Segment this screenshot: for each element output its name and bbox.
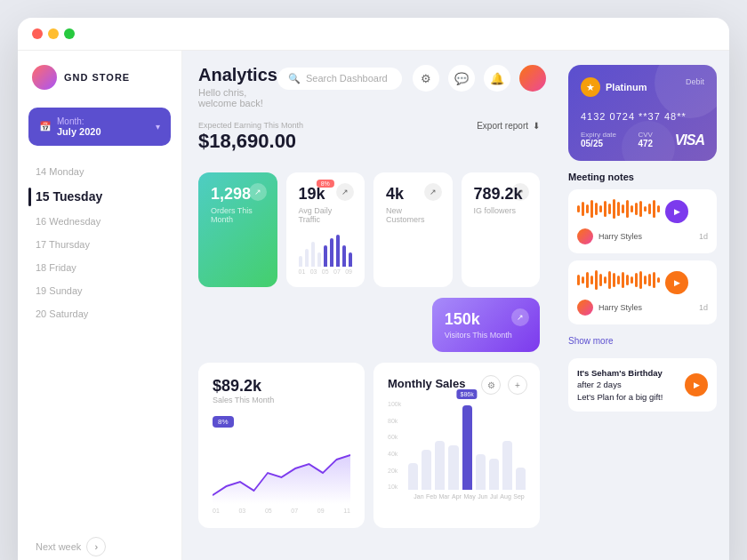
day-item-16[interactable]: 16 Wednesday [28, 210, 171, 233]
search-box[interactable]: 🔍 Search Dashboard [277, 68, 402, 90]
day-item-20[interactable]: 20 Saturday [28, 302, 171, 325]
title-bar [18, 18, 729, 51]
day-item-19[interactable]: 19 Sunday [28, 279, 171, 302]
birthday-line3: Let's Plan for a big gift! [577, 391, 679, 403]
traffic-card: ↗ 19k Avg Daily Traffic 8% [286, 172, 365, 287]
monthly-sales-card: Monthly Sales ⚙ + 100k 80k 60k 40k 20k 1… [374, 363, 540, 528]
note-person-2: Harry Styles [598, 303, 694, 312]
chat-icon-button[interactable]: 💬 [448, 65, 475, 92]
orders-expand[interactable]: ↗ [249, 183, 267, 201]
card-type: Platinum [606, 82, 647, 92]
month-label: Month: [57, 116, 101, 126]
traffic-expand[interactable]: ↗ [336, 183, 354, 201]
bar-jul [489, 459, 499, 490]
next-week-arrow-icon: › [86, 537, 106, 556]
user-avatar[interactable] [519, 65, 546, 92]
credit-card: ★ Platinum Debit 4132 0724 **37 48** Exp… [568, 65, 717, 161]
calendar-icon: 📅 [39, 121, 52, 132]
export-button[interactable]: Export report ⬇ [477, 121, 540, 131]
sales-area-chart [213, 442, 350, 504]
card-network: VISA [675, 132, 704, 148]
stats-row-1: ↗ 1,298 Orders This Month ↗ 19k Avg Dail… [198, 172, 540, 287]
meeting-note-2: ▶ Harry Styles 1d [568, 260, 717, 324]
bell-icon-button[interactable]: 🔔 [484, 65, 510, 92]
birthday-line2: after 2 days [577, 379, 679, 390]
note-avatar-1 [577, 228, 593, 244]
earnings-bar: Expected Earning This Month $18,690.00 E… [198, 121, 540, 164]
maximize-dot[interactable] [64, 28, 75, 39]
chevron-down-icon: ▾ [156, 122, 160, 132]
bar-sep [516, 468, 526, 490]
customers-card: ↗ 4k New Customers [374, 172, 453, 287]
meeting-note-1: ▶ Harry Styles 1d [568, 189, 717, 253]
note-avatar-2 [577, 300, 593, 316]
bar-aug [502, 441, 512, 490]
page-subtitle: Hello chris, welcome back! [198, 87, 277, 108]
customers-expand[interactable]: ↗ [424, 183, 442, 201]
bar-mar [435, 441, 445, 490]
page-header: Analytics Hello chris, welcome back! 🔍 S… [198, 65, 540, 108]
minimize-dot[interactable] [48, 28, 59, 39]
right-panel: ★ Platinum Debit 4132 0724 **37 48** Exp… [556, 51, 729, 560]
bar-apr [448, 445, 458, 490]
day-item-17[interactable]: 17 Thursday [28, 233, 171, 256]
search-placeholder: Search Dashboard [306, 73, 388, 84]
orders-card: ↗ 1,298 Orders This Month [198, 172, 277, 287]
visitors-expand[interactable]: ↗ [511, 308, 529, 326]
bar-jan [408, 463, 418, 490]
expected-label: Expected Earning This Month [198, 121, 303, 130]
month-value: July 2020 [57, 126, 101, 137]
logo-icon [32, 65, 57, 90]
download-icon: ⬇ [533, 121, 540, 131]
note-time-1: 1d [699, 232, 708, 241]
expiry-label: Expiry date [581, 131, 616, 139]
stats-row-2: ↗ 150k Visitors This Month [198, 298, 540, 353]
app-window: GND STORE 📅 Month: July 2020 ▾ 14 Monday [18, 18, 729, 560]
show-more-button[interactable]: Show more [568, 336, 614, 346]
settings-icon[interactable]: ⚙ [481, 375, 501, 395]
expiry-value: 05/25 [581, 139, 616, 148]
play-button-2[interactable]: ▶ [665, 271, 688, 294]
logo: GND STORE [28, 65, 171, 90]
play-button-1[interactable]: ▶ [665, 200, 688, 223]
bar-jun [476, 454, 486, 490]
day-item-14[interactable]: 14 Monday [28, 160, 171, 183]
birthday-play-button[interactable]: ▶ [685, 373, 708, 396]
visitors-card: ↗ 150k Visitors This Month [432, 298, 540, 353]
chart-x-axis: JanFebMarAprMayJunJulAugSep [388, 493, 526, 500]
close-dot[interactable] [32, 28, 43, 39]
month-selector[interactable]: 📅 Month: July 2020 ▾ [28, 108, 171, 146]
page-title: Analytics [198, 65, 277, 85]
note-person-1: Harry Styles [598, 232, 694, 241]
card-star-icon: ★ [581, 77, 600, 97]
filter-icon-button[interactable]: ⚙ [413, 65, 439, 92]
meeting-notes-title: Meeting notes [568, 172, 717, 182]
sales-line-card: $89.2k Sales This Month 8% [198, 363, 365, 528]
search-icon: 🔍 [288, 73, 301, 84]
expected-value: $18,690.00 [198, 130, 303, 153]
day-item-15[interactable]: 15 Tuesday [28, 183, 171, 210]
traffic-mini-chart [299, 231, 353, 267]
followers-expand[interactable]: ↗ [511, 183, 529, 201]
day-list: 14 Monday 15 Tuesday 16 Wednesday 17 Thu… [28, 160, 171, 526]
waveform-1 [577, 198, 660, 220]
day-item-18[interactable]: 18 Friday [28, 256, 171, 279]
birthday-card: It's Seham's Birthday after 2 days Let's… [568, 358, 717, 412]
add-icon[interactable]: + [508, 375, 527, 395]
sidebar: GND STORE 📅 Month: July 2020 ▾ 14 Monday [18, 51, 182, 560]
logo-text: GND STORE [64, 72, 130, 83]
meeting-notes-section: Meeting notes [568, 172, 717, 348]
birthday-line1: It's Seham's Birthday [577, 367, 679, 379]
chart-y-axis: 100k 80k 60k 40k 20k 10k [388, 401, 405, 490]
bar-feb [422, 450, 431, 490]
sales-section: $89.2k Sales This Month 8% [198, 363, 540, 528]
followers-card: ↗ 789.2k IG followers [462, 172, 541, 287]
main-area: Analytics Hello chris, welcome back! 🔍 S… [182, 51, 556, 560]
monthly-bar-chart: $86k [408, 401, 526, 490]
note-time-2: 1d [699, 303, 708, 312]
waveform-2 [577, 269, 660, 291]
sales-badge: 8% [213, 416, 234, 428]
bar-may: $86k [462, 405, 472, 490]
traffic-badge: 8% [317, 180, 334, 188]
next-week-button[interactable]: Next week › [28, 530, 171, 560]
